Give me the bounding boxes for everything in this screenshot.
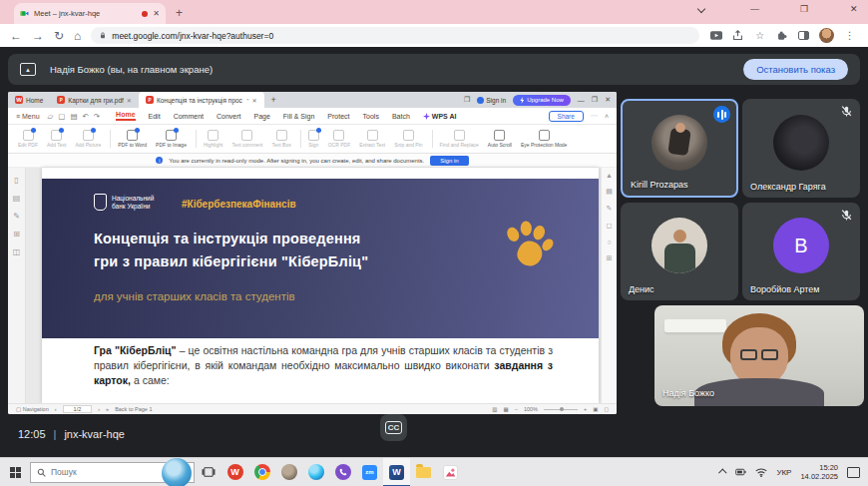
- wps-tab-cards-pdf[interactable]: P Картки для гри.pdf ✕: [50, 92, 139, 108]
- taskbar-photos-icon[interactable]: [437, 458, 464, 486]
- navigation-toggle[interactable]: ▢ Navigation: [16, 406, 49, 412]
- annotate-icon[interactable]: ✎: [13, 212, 20, 221]
- upgrade-now-button[interactable]: Upgrade Now: [513, 95, 571, 106]
- print-icon[interactable]: ▤: [70, 112, 77, 121]
- ribbon-tab-edit[interactable]: Edit: [149, 113, 161, 120]
- zoom-out-icon[interactable]: −: [515, 406, 518, 412]
- page-indicator[interactable]: 1/2: [63, 405, 93, 413]
- hand-tool-icon[interactable]: ▦: [504, 406, 509, 412]
- start-button[interactable]: [0, 458, 30, 486]
- notice-signin-button[interactable]: Sign in: [430, 156, 468, 166]
- participant-tile-denys[interactable]: Денис: [621, 203, 738, 300]
- taskbar-zoom-icon[interactable]: zm: [356, 458, 383, 486]
- reload-icon[interactable]: ↻: [54, 29, 64, 43]
- more-options-icon[interactable]: ⋯: [591, 112, 598, 120]
- window-maximize-button[interactable]: ❐: [800, 4, 808, 14]
- single-page-view-icon[interactable]: ▣: [593, 406, 598, 412]
- tool-pdf-to-word[interactable]: PDF to Word: [118, 130, 147, 148]
- menu-button[interactable]: ≡ Menu: [16, 113, 40, 120]
- self-video-tile[interactable]: Надія Божко: [654, 305, 864, 406]
- ribbon-tab-convert[interactable]: Convert: [217, 113, 241, 120]
- network-icon[interactable]: [755, 467, 767, 477]
- taskbar-word-icon[interactable]: W: [383, 458, 410, 486]
- fullscreen-icon[interactable]: ◻: [604, 406, 609, 412]
- window-close-button[interactable]: ✕: [850, 4, 858, 14]
- shape-tool-icon[interactable]: ◻: [607, 222, 613, 230]
- wps-tab-concept-pdf[interactable]: P Концепція та інструкція прос ◔ ✕: [139, 92, 264, 108]
- home-icon[interactable]: ⌂: [74, 29, 81, 43]
- zoom-slider[interactable]: [544, 409, 578, 410]
- side-panel-icon[interactable]: [797, 29, 810, 42]
- browser-menu-icon[interactable]: ⋮: [843, 29, 856, 42]
- wps-tab-home[interactable]: W Home: [8, 92, 50, 108]
- wps-maximize-button[interactable]: ❐: [592, 96, 598, 104]
- tool-extract-text[interactable]: Extract Text: [359, 130, 385, 148]
- wps-signin-top[interactable]: Sign in: [477, 97, 506, 104]
- thumbnails-icon[interactable]: ▤: [13, 194, 21, 203]
- wps-share-button[interactable]: Share: [549, 111, 584, 122]
- participant-tile-oleksandr[interactable]: Олександр Гаряга: [742, 99, 860, 198]
- pen-tool-icon[interactable]: ✎: [607, 205, 613, 213]
- layers-icon[interactable]: ◫: [13, 247, 21, 256]
- prev-page-icon[interactable]: ‹: [55, 406, 57, 412]
- search-tool-icon[interactable]: ○: [607, 239, 611, 245]
- window-minimize-button[interactable]: —: [750, 4, 759, 14]
- ribbon-tab-tools[interactable]: Tools: [363, 113, 379, 120]
- taskbar-clock[interactable]: 15:20 14.02.2025: [800, 463, 838, 482]
- weather-widget-icon[interactable]: [162, 458, 192, 486]
- scroll-up-icon[interactable]: ▲: [606, 172, 613, 179]
- read-mode-icon[interactable]: ▥: [492, 406, 497, 412]
- back-icon[interactable]: ←: [10, 29, 22, 43]
- address-bar[interactable]: meet.google.com/jnx-kvar-hqe?authuser=0: [91, 27, 699, 44]
- participant-tile-vorobiov[interactable]: B Воробйов Артем: [742, 203, 860, 300]
- tool-snip-and-pin[interactable]: Snip and Pin: [394, 130, 422, 148]
- tool-auto-scroll[interactable]: Auto Scroll: [488, 130, 512, 148]
- tool-eye-protection[interactable]: Eye Protection Mode: [521, 130, 567, 148]
- browser-tab[interactable]: Meet – jnx-kvar-hqe ✕: [14, 3, 166, 24]
- undo-icon[interactable]: ↶: [83, 112, 89, 121]
- ribbon-tab-protect[interactable]: Protect: [327, 113, 349, 120]
- taskbar-explorer-icon[interactable]: [410, 458, 437, 486]
- tool-add-picture[interactable]: Add Picture: [75, 130, 101, 148]
- wps-close-button[interactable]: ✕: [605, 96, 611, 104]
- battery-icon[interactable]: [735, 467, 746, 477]
- stamp-tool-icon[interactable]: ⊞: [607, 254, 613, 262]
- redo-icon[interactable]: ↷: [94, 112, 100, 121]
- tab-close-icon[interactable]: ✕: [153, 9, 160, 18]
- browser-profile-avatar[interactable]: [819, 28, 834, 43]
- ribbon-tab-fill-sign[interactable]: Fill & Sign: [283, 113, 315, 120]
- window-menu-icon[interactable]: [698, 4, 704, 14]
- wps-layout-icon[interactable]: ❐: [464, 96, 470, 104]
- tool-highlight[interactable]: Highlight: [204, 130, 222, 148]
- taskbar-gimp-icon[interactable]: [275, 458, 302, 486]
- save-icon[interactable]: ▢: [58, 112, 65, 121]
- tool-ocr-pdf[interactable]: OCR PDF: [328, 130, 351, 148]
- extensions-puzzle-icon[interactable]: [775, 29, 788, 42]
- ribbon-tab-page[interactable]: Page: [253, 113, 269, 120]
- back-to-page-link[interactable]: Back to Page 1: [115, 406, 152, 412]
- tray-expand-icon[interactable]: [718, 468, 726, 476]
- tool-text-box[interactable]: Text Box: [272, 130, 291, 148]
- action-center-icon[interactable]: [847, 467, 860, 478]
- taskbar-search[interactable]: [30, 462, 195, 483]
- wps-new-tab-button[interactable]: +: [264, 92, 283, 108]
- captions-button[interactable]: CC: [380, 414, 407, 441]
- next-page-icon[interactable]: ›: [98, 406, 100, 412]
- new-tab-button[interactable]: +: [176, 6, 183, 20]
- participant-tile-kirill[interactable]: Kirill Prozapas: [621, 99, 738, 198]
- open-file-icon[interactable]: ▱: [48, 112, 54, 121]
- task-view-button[interactable]: [195, 458, 221, 486]
- ribbon-tab-home[interactable]: Home: [116, 111, 135, 121]
- taskbar-viber-icon[interactable]: [329, 458, 356, 486]
- tool-add-text[interactable]: Add Text: [47, 130, 66, 148]
- tool-edit-pdf[interactable]: Edit PDF: [18, 130, 38, 148]
- zoom-in-icon[interactable]: +: [584, 406, 587, 412]
- wps-ai-button[interactable]: WPS AI: [423, 113, 457, 120]
- ribbon-tab-batch[interactable]: Batch: [392, 113, 410, 120]
- bookmark-star-icon[interactable]: ☆: [753, 29, 766, 42]
- zoom-level[interactable]: 100%: [524, 406, 538, 412]
- stop-presenting-button[interactable]: Остановить показ: [743, 59, 848, 80]
- ribbon-tab-comment[interactable]: Comment: [174, 113, 204, 120]
- collapse-ribbon-icon[interactable]: ˄: [605, 113, 609, 120]
- media-control-icon[interactable]: [709, 29, 722, 42]
